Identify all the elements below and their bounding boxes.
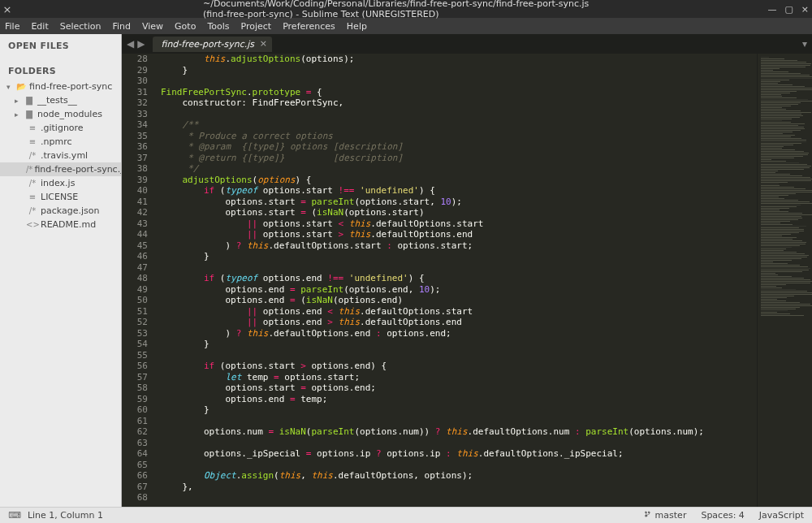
sidebar-file-label: LICENSE	[39, 192, 78, 202]
menu-file[interactable]: File	[5, 21, 19, 32]
sidebar-root-label: find-free-port-sync	[28, 81, 112, 92]
file-icon: <>	[26, 220, 39, 229]
syntax-indicator[interactable]: JavaScript	[759, 510, 804, 521]
indentation-indicator[interactable]: Spaces: 4	[701, 510, 744, 521]
tab-current[interactable]: find-free-port-sync.js ×	[153, 37, 272, 52]
menu-selection[interactable]: Selection	[60, 21, 102, 32]
status-bar: ⌨ Line 1, Column 1 master Spaces: 4 Java…	[0, 507, 812, 523]
git-branch-label: master	[655, 510, 687, 521]
menu-view[interactable]: View	[142, 21, 163, 32]
window-close-button[interactable]: ×	[0, 3, 15, 15]
menu-preferences[interactable]: Preferences	[283, 21, 335, 32]
cursor-position: Line 1, Column 1	[28, 510, 103, 521]
sidebar-folder-label: node_modules	[36, 109, 102, 119]
git-branch-icon	[644, 510, 652, 518]
sidebar-file-label: .npmrc	[39, 136, 72, 147]
line-gutter: 2829303132333435363738394041424344454647…	[122, 54, 156, 507]
sidebar: OPEN FILES FOLDERS ▾ 📂 find-free-port-sy…	[0, 34, 122, 507]
sidebar-root-folder[interactable]: ▾ 📂 find-free-port-sync	[0, 80, 121, 93]
tab-next-button[interactable]: ▶	[137, 38, 145, 50]
menu-project[interactable]: Project	[241, 21, 272, 32]
tab-label: find-free-port-sync.js	[161, 39, 254, 50]
sidebar-file-readme[interactable]: <> README.md	[0, 218, 121, 231]
sidebar-file-label: index.js	[39, 178, 75, 188]
sidebar-folder-label: __tests__	[36, 95, 77, 106]
menu-edit[interactable]: Edit	[31, 21, 48, 32]
sidebar-file-label: package.json	[39, 205, 99, 216]
git-branch-indicator[interactable]: master	[644, 510, 686, 521]
menu-bar: File Edit Selection Find View Goto Tools…	[0, 18, 812, 34]
file-icon: /*	[26, 165, 32, 174]
chevron-right-icon: ▸	[15, 110, 23, 119]
file-icon: /*	[26, 206, 39, 215]
menu-tools[interactable]: Tools	[207, 21, 229, 32]
sidebar-file-label: .travis.yml	[39, 150, 88, 161]
tab-prev-button[interactable]: ◀	[127, 38, 134, 50]
folder-icon: ▇	[23, 96, 36, 105]
sidebar-file-npmrc[interactable]: ≡ .npmrc	[0, 135, 121, 149]
window-maximize-button[interactable]: ▢	[784, 4, 793, 15]
file-icon: ≡	[26, 123, 39, 132]
open-files-header: OPEN FILES	[0, 34, 121, 54]
chevron-right-icon: ▸	[15, 97, 23, 105]
sidebar-file-index[interactable]: /* index.js	[0, 176, 121, 190]
window-close-button-2[interactable]: ×	[801, 4, 809, 15]
tab-close-button[interactable]: ×	[260, 38, 267, 49]
console-toggle-button[interactable]: ⌨	[8, 510, 21, 521]
sidebar-file-label: find-free-port-sync.js	[32, 164, 122, 175]
chevron-down-icon: ▾	[6, 83, 15, 91]
sidebar-file-license[interactable]: ≡ LICENSE	[0, 190, 121, 204]
tab-bar: ◀ ▶ find-free-port-sync.js × ▾	[122, 34, 812, 54]
sidebar-file-gitignore[interactable]: ≡ .gitignore	[0, 121, 121, 135]
file-icon: /*	[26, 179, 39, 188]
menu-help[interactable]: Help	[347, 21, 367, 32]
menu-goto[interactable]: Goto	[175, 21, 196, 32]
sidebar-file-label: README.md	[39, 219, 96, 230]
code-area[interactable]: this.adjustOptions(options); }FindFreePo…	[156, 54, 757, 507]
menu-find[interactable]: Find	[112, 21, 131, 32]
tab-overflow-button[interactable]: ▾	[802, 38, 807, 50]
file-icon: ≡	[26, 137, 39, 146]
code-editor[interactable]: 2829303132333435363738394041424344454647…	[122, 54, 812, 507]
minimap[interactable]	[757, 54, 812, 507]
file-icon: ≡	[26, 192, 39, 201]
window-titlebar: × ~/Documents/Work/Coding/Personal/Libra…	[0, 0, 812, 18]
window-title: ~/Documents/Work/Coding/Personal/Librari…	[203, 0, 609, 19]
sidebar-file-label: .gitignore	[39, 123, 84, 133]
sidebar-file-findfreeport[interactable]: /* find-free-port-sync.js	[0, 162, 121, 176]
file-icon: /*	[26, 151, 39, 160]
sidebar-file-package[interactable]: /* package.json	[0, 204, 121, 218]
folder-open-icon: 📂	[15, 82, 28, 91]
folders-header: FOLDERS	[0, 59, 121, 80]
sidebar-folder-tests[interactable]: ▸ ▇ __tests__	[0, 93, 121, 107]
sidebar-folder-nodemodules[interactable]: ▸ ▇ node_modules	[0, 107, 121, 121]
sidebar-file-travis[interactable]: /* .travis.yml	[0, 149, 121, 162]
window-minimize-button[interactable]: —	[767, 4, 776, 15]
folder-icon: ▇	[23, 110, 36, 119]
